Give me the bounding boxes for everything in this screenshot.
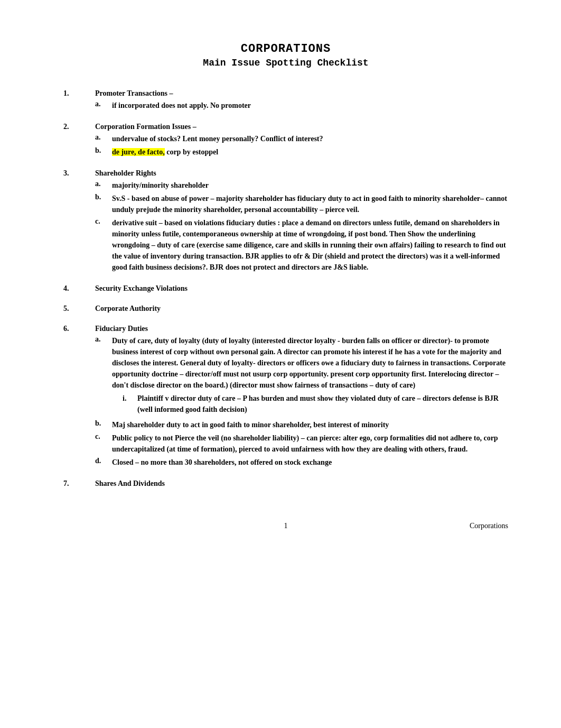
item-number: 1.: [63, 89, 95, 98]
page-number: 1: [284, 522, 288, 530]
sub-content: Public policy to not Pierce the veil (no…: [112, 432, 508, 455]
main-list-item: 5.Corporate Authority: [63, 305, 508, 315]
sub-list-item: c.Public policy to not Pierce the veil (…: [95, 432, 508, 455]
sub-content: Duty of care, duty of loyalty (duty of l…: [112, 335, 508, 417]
sub-content: Closed – no more than 30 shareholders, n…: [112, 457, 508, 468]
page-subtitle: Main Issue Spotting Checklist: [63, 58, 508, 68]
item-content: Corporation Formation Issues –a.underval…: [95, 123, 508, 160]
sub-list: a.undervalue of stocks? Lent money perso…: [95, 133, 508, 158]
sub-letter: c.: [95, 217, 112, 226]
sub-list: a.majority/minority shareholderb.Sv.S - …: [95, 180, 508, 273]
item-label: Security Exchange Violations: [95, 284, 508, 293]
sub-letter: a.: [95, 133, 112, 142]
sub-content: derivative suit – based on violations fi…: [112, 217, 508, 273]
sub-letter: b.: [95, 419, 112, 428]
page-header: CORPORATIONS Main Issue Spotting Checkli…: [63, 42, 508, 68]
item-content: Fiduciary Dutiesa.Duty of care, duty of …: [95, 325, 508, 470]
sub-content: Sv.S - based on abuse of power – majorit…: [112, 193, 508, 215]
item-label: Fiduciary Duties: [95, 325, 508, 333]
sub-content: if incorporated does not apply. No promo…: [112, 100, 508, 111]
item-number: 2.: [63, 123, 95, 131]
footer-label: Corporations: [470, 522, 508, 530]
sub-letter: a.: [95, 180, 112, 188]
sub-list: a.if incorporated does not apply. No pro…: [95, 100, 508, 111]
sub-list-item: b.de jure, de facto, corp by estoppel: [95, 146, 508, 158]
main-list-item: 2.Corporation Formation Issues –a.underv…: [63, 123, 508, 160]
item-number: 4.: [63, 284, 95, 293]
item-number: 3.: [63, 169, 95, 178]
item-number: 5.: [63, 305, 95, 313]
sub-letter: b.: [95, 193, 112, 201]
sub-sub-item: i.Plaintiff v director duty of care – P …: [123, 393, 508, 415]
sub-list-item: a.Duty of care, duty of loyalty (duty of…: [95, 335, 508, 417]
main-list: 1.Promoter Transactions –a.if incorporat…: [63, 89, 508, 490]
sub-list-item: b.Sv.S - based on abuse of power – major…: [95, 193, 508, 215]
main-list-item: 3.Shareholder Rightsa.majority/minority …: [63, 169, 508, 275]
item-content: Corporate Authority: [95, 305, 508, 315]
item-label: Corporation Formation Issues –: [95, 123, 508, 131]
sub-list-item: b.Maj shareholder duty to act in good fa…: [95, 419, 508, 430]
highlighted-text: de jure, de facto,: [112, 148, 165, 156]
item-content: Security Exchange Violations: [95, 284, 508, 295]
page-footer: 1 Corporations: [63, 522, 508, 530]
item-number: 6.: [63, 325, 95, 333]
sub-sub-content: Plaintiff v director duty of care – P ha…: [137, 393, 508, 415]
item-content: Promoter Transactions –a.if incorporated…: [95, 89, 508, 113]
sub-letter: c.: [95, 432, 112, 441]
sub-list-item: d.Closed – no more than 30 shareholders,…: [95, 457, 508, 468]
sub-list: a.Duty of care, duty of loyalty (duty of…: [95, 335, 508, 468]
sub-letter: a.: [95, 335, 112, 344]
item-label: Shares And Dividends: [95, 480, 508, 488]
sub-letter: d.: [95, 457, 112, 465]
sub-list-item: a.if incorporated does not apply. No pro…: [95, 100, 508, 111]
item-content: Shareholder Rightsa.majority/minority sh…: [95, 169, 508, 275]
sub-list-item: a.undervalue of stocks? Lent money perso…: [95, 133, 508, 144]
page-title: CORPORATIONS: [63, 42, 508, 56]
item-label: Promoter Transactions –: [95, 89, 508, 98]
sub-content: majority/minority shareholder: [112, 180, 508, 191]
item-content: Shares And Dividends: [95, 480, 508, 490]
main-list-item: 7.Shares And Dividends: [63, 480, 508, 490]
sub-content: Maj shareholder duty to act in good fait…: [112, 419, 508, 430]
sub-sub-list: i.Plaintiff v director duty of care – P …: [123, 393, 508, 415]
main-list-item: 6.Fiduciary Dutiesa.Duty of care, duty o…: [63, 325, 508, 470]
main-list-item: 1.Promoter Transactions –a.if incorporat…: [63, 89, 508, 113]
sub-list-item: a.majority/minority shareholder: [95, 180, 508, 191]
sub-list-item: c.derivative suit – based on violations …: [95, 217, 508, 273]
sub-content: undervalue of stocks? Lent money persona…: [112, 133, 508, 144]
item-label: Corporate Authority: [95, 305, 508, 313]
sub-sub-letter: i.: [123, 393, 137, 404]
main-list-item: 4.Security Exchange Violations: [63, 284, 508, 295]
item-label: Shareholder Rights: [95, 169, 508, 178]
sub-content: de jure, de facto, corp by estoppel: [112, 146, 508, 158]
sub-letter: b.: [95, 146, 112, 155]
item-number: 7.: [63, 480, 95, 488]
sub-letter: a.: [95, 100, 112, 108]
